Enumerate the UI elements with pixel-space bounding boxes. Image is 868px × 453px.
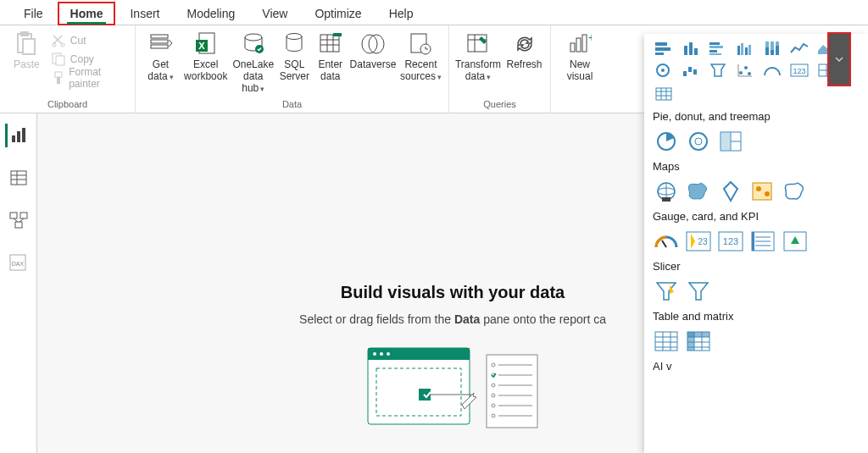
get-data-button[interactable]: Getdata <box>142 29 179 95</box>
enter-data-button[interactable]: Enterdata <box>315 29 346 95</box>
card-icon[interactable]: 123 <box>717 229 744 253</box>
slicer-icon[interactable] <box>685 279 712 303</box>
report-view-button[interactable] <box>5 124 29 147</box>
transform-data-button[interactable]: Transformdata <box>456 29 500 95</box>
menu-home[interactable]: Home <box>58 3 115 25</box>
svg-rect-74 <box>689 42 693 55</box>
stacked-column-icon[interactable] <box>680 39 702 58</box>
svg-rect-23 <box>333 33 342 36</box>
chevron-down-icon <box>835 55 843 64</box>
table-view-button[interactable] <box>7 166 31 190</box>
paste-button[interactable]: Paste <box>7 29 47 95</box>
svg-point-4 <box>61 43 64 47</box>
table-visual-icon[interactable] <box>653 329 680 353</box>
new-visual-button[interactable]: + Newvisual <box>558 29 602 95</box>
svg-rect-123 <box>753 183 771 200</box>
svg-point-98 <box>744 66 748 69</box>
100-stacked-column-icon[interactable] <box>761 39 783 58</box>
refresh-button[interactable]: Refresh <box>505 29 543 95</box>
svg-rect-76 <box>709 42 720 45</box>
enter-data-icon <box>317 30 344 58</box>
donut-chart-icon[interactable] <box>685 130 712 153</box>
multi-row-card-icon[interactable] <box>749 229 776 253</box>
line-chart-icon[interactable] <box>788 39 810 58</box>
paste-label: Paste <box>14 59 40 71</box>
format-painter-button[interactable]: Format painter <box>52 69 128 86</box>
menu-view[interactable]: View <box>250 3 299 25</box>
cut-button[interactable]: Cut <box>52 32 128 49</box>
funnel-icon[interactable] <box>707 61 729 80</box>
onelake-icon <box>240 30 267 58</box>
clipboard-group-label: Clipboard <box>7 97 128 111</box>
brush-icon <box>52 71 64 85</box>
excel-label: Excelworkbook <box>184 59 227 83</box>
ribbon-chart-icon[interactable] <box>653 61 675 80</box>
svg-point-53 <box>387 352 390 356</box>
menu-help[interactable]: Help <box>377 3 426 25</box>
svg-point-17 <box>287 34 302 40</box>
waterfall-icon[interactable] <box>680 61 702 80</box>
data-group-label: Data <box>142 97 442 111</box>
format-painter-label: Format painter <box>69 66 128 90</box>
scatter-icon[interactable] <box>734 61 756 80</box>
arcgis-map-icon[interactable] <box>749 180 776 203</box>
refresh-label: Refresh <box>506 59 542 71</box>
azure-map-icon[interactable] <box>717 180 744 203</box>
clustered-column-icon[interactable] <box>734 39 756 58</box>
pie-chart-icon[interactable] <box>653 130 680 153</box>
svg-text:123: 123 <box>793 67 805 75</box>
svg-rect-89 <box>776 41 779 46</box>
card-icon-small[interactable]: 123 <box>788 61 810 80</box>
svg-rect-139 <box>655 332 677 351</box>
svg-marker-138 <box>689 283 708 300</box>
canvas-title: Build visuals with your data <box>341 283 565 302</box>
dax-view-button[interactable]: DAX <box>7 251 31 274</box>
stacked-bar-icon[interactable] <box>653 39 675 58</box>
svg-text:23: 23 <box>698 237 708 246</box>
svg-point-51 <box>373 352 376 356</box>
map-icon[interactable] <box>653 180 680 203</box>
visualization-collapse-button[interactable] <box>827 32 851 86</box>
view-switcher: DAX <box>0 113 37 453</box>
model-view-button[interactable] <box>7 208 31 232</box>
svg-line-126 <box>662 240 666 247</box>
svg-text:DAX: DAX <box>11 261 24 267</box>
svg-point-25 <box>369 35 384 53</box>
table-icon-small[interactable] <box>653 85 675 103</box>
excel-button[interactable]: X Excelworkbook <box>184 29 227 95</box>
svg-rect-35 <box>12 135 15 142</box>
svg-point-15 <box>245 34 262 41</box>
svg-rect-8 <box>57 77 60 84</box>
dataverse-button[interactable]: Dataverse <box>351 29 395 95</box>
slicer-new-icon[interactable] <box>653 279 680 303</box>
kpi-icon[interactable] <box>782 229 809 253</box>
svg-rect-72 <box>655 52 664 55</box>
gauge-icon[interactable] <box>653 229 680 253</box>
svg-point-114 <box>695 138 702 145</box>
copy-button[interactable]: Copy <box>52 51 128 68</box>
gauge-icon-small[interactable] <box>761 61 783 80</box>
get-data-label: Getdata <box>147 59 173 83</box>
clustered-bar-icon[interactable] <box>707 39 729 58</box>
shape-map-icon[interactable] <box>782 180 809 203</box>
svg-rect-70 <box>655 42 667 46</box>
copy-label: Copy <box>70 53 94 65</box>
recent-sources-button[interactable]: Recentsources <box>400 29 442 95</box>
menu-bar: File Home Insert Modeling View Optimize … <box>0 0 868 25</box>
card-new-icon[interactable]: 23 <box>685 229 712 253</box>
menu-file[interactable]: File <box>12 3 55 25</box>
menu-modeling[interactable]: Modeling <box>175 3 247 25</box>
svg-rect-43 <box>20 213 27 218</box>
svg-rect-93 <box>683 71 687 76</box>
sql-server-button[interactable]: SQLServer <box>279 29 309 95</box>
treemap-icon[interactable] <box>717 130 744 153</box>
onelake-button[interactable]: OneLakedata hub <box>232 29 274 95</box>
matrix-visual-icon[interactable] <box>685 329 712 353</box>
filled-map-icon[interactable] <box>685 180 712 203</box>
table-view-icon <box>10 170 27 185</box>
menu-optimize[interactable]: Optimize <box>303 3 373 25</box>
svg-rect-1 <box>23 39 35 54</box>
svg-point-24 <box>362 35 377 53</box>
svg-rect-77 <box>709 46 723 48</box>
menu-insert[interactable]: Insert <box>118 3 171 25</box>
